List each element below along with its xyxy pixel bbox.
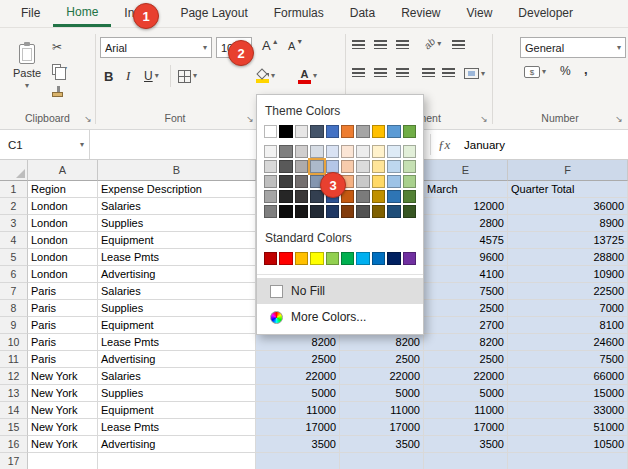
- standard-color-swatch[interactable]: [341, 252, 354, 265]
- cell[interactable]: 5000: [340, 385, 424, 402]
- cell[interactable]: 8900: [508, 215, 628, 232]
- cell[interactable]: [340, 453, 424, 469]
- cell[interactable]: Advertising: [98, 266, 256, 283]
- theme-variant-swatch[interactable]: [264, 160, 277, 173]
- cell[interactable]: New York: [28, 436, 98, 453]
- theme-variant-swatch[interactable]: [279, 205, 292, 218]
- standard-color-swatch[interactable]: [403, 252, 416, 265]
- column-header[interactable]: B: [98, 160, 256, 181]
- theme-variant-swatch[interactable]: [264, 205, 277, 218]
- theme-variant-swatch[interactable]: [403, 175, 416, 188]
- theme-variant-swatch[interactable]: [403, 190, 416, 203]
- cell[interactable]: New York: [28, 402, 98, 419]
- cell[interactable]: Supplies: [98, 215, 256, 232]
- theme-variant-swatch[interactable]: [387, 175, 400, 188]
- cell[interactable]: Lease Pmts: [98, 334, 256, 351]
- cell[interactable]: 8100: [508, 317, 628, 334]
- cell[interactable]: 8200: [256, 334, 340, 351]
- ribbon-tab[interactable]: Formulas: [261, 0, 337, 27]
- theme-variant-swatch[interactable]: [264, 175, 277, 188]
- row-header[interactable]: 14: [0, 402, 28, 419]
- select-all-button[interactable]: [0, 160, 28, 181]
- cell[interactable]: 3500: [256, 436, 340, 453]
- increase-indent-button[interactable]: [442, 68, 455, 77]
- theme-variant-swatch[interactable]: [356, 175, 369, 188]
- ribbon-tab[interactable]: Developer: [505, 0, 586, 27]
- align-bottom-button[interactable]: [396, 40, 409, 49]
- align-left-button[interactable]: [352, 68, 365, 77]
- cut-button[interactable]: ✂: [52, 38, 78, 56]
- standard-color-swatch[interactable]: [310, 252, 323, 265]
- font-dialog-launcher[interactable]: ↘: [244, 113, 256, 125]
- cell[interactable]: London: [28, 266, 98, 283]
- align-top-button[interactable]: [352, 40, 365, 49]
- cell[interactable]: London: [28, 249, 98, 266]
- cell[interactable]: London: [28, 215, 98, 232]
- align-middle-button[interactable]: [374, 40, 387, 49]
- percent-style-button[interactable]: %: [560, 64, 571, 78]
- theme-variant-swatch[interactable]: [356, 205, 369, 218]
- no-fill-option[interactable]: No Fill: [257, 278, 423, 304]
- cell[interactable]: [28, 453, 98, 469]
- cell[interactable]: 2500: [424, 351, 508, 368]
- standard-color-swatch[interactable]: [326, 252, 339, 265]
- cell[interactable]: March: [424, 181, 508, 198]
- number-format-combobox[interactable]: General ▾: [520, 37, 626, 58]
- cell[interactable]: 2500: [256, 351, 340, 368]
- cell[interactable]: 7000: [508, 300, 628, 317]
- theme-variant-swatch[interactable]: [372, 160, 385, 173]
- theme-variant-swatch[interactable]: [356, 160, 369, 173]
- row-header[interactable]: 9: [0, 317, 28, 334]
- formula-input[interactable]: January: [464, 130, 505, 159]
- theme-variant-swatch[interactable]: [279, 160, 292, 173]
- cell[interactable]: 3500: [340, 436, 424, 453]
- ribbon-tab[interactable]: Review: [388, 0, 453, 27]
- cell[interactable]: Lease Pmts: [98, 419, 256, 436]
- cell[interactable]: Advertising: [98, 351, 256, 368]
- font-name-combobox[interactable]: Arial ▾: [100, 37, 212, 58]
- underline-button[interactable]: U▾: [144, 64, 159, 88]
- cell[interactable]: 51000: [508, 419, 628, 436]
- cell[interactable]: 66000: [508, 368, 628, 385]
- theme-variant-swatch[interactable]: [372, 190, 385, 203]
- cell[interactable]: Salaries: [98, 368, 256, 385]
- cell[interactable]: 7500: [508, 351, 628, 368]
- standard-color-swatch[interactable]: [356, 252, 369, 265]
- theme-color-swatch[interactable]: [372, 125, 385, 138]
- theme-variant-swatch[interactable]: [372, 145, 385, 158]
- cell[interactable]: 28800: [508, 249, 628, 266]
- row-header[interactable]: 3: [0, 215, 28, 232]
- cell[interactable]: London: [28, 198, 98, 215]
- cell[interactable]: 3500: [424, 436, 508, 453]
- bold-button[interactable]: B: [104, 64, 113, 88]
- cell[interactable]: Supplies: [98, 385, 256, 402]
- theme-variant-swatch[interactable]: [403, 145, 416, 158]
- cell[interactable]: 12000: [424, 198, 508, 215]
- cell[interactable]: New York: [28, 368, 98, 385]
- cell[interactable]: 2700: [424, 317, 508, 334]
- row-header[interactable]: 10: [0, 334, 28, 351]
- cell[interactable]: 24600: [508, 334, 628, 351]
- theme-variant-swatch[interactable]: [295, 145, 308, 158]
- theme-variant-swatch[interactable]: [310, 205, 323, 218]
- cell[interactable]: 22000: [340, 368, 424, 385]
- fill-color-button[interactable]: ▾: [256, 64, 275, 88]
- cell[interactable]: 5000: [256, 385, 340, 402]
- row-header[interactable]: 17: [0, 453, 28, 469]
- cell[interactable]: Paris: [28, 351, 98, 368]
- column-header[interactable]: A: [28, 160, 98, 181]
- cell[interactable]: 7500: [424, 283, 508, 300]
- theme-variant-swatch[interactable]: [356, 145, 369, 158]
- column-header[interactable]: E: [424, 160, 508, 181]
- standard-color-swatch[interactable]: [264, 252, 277, 265]
- cell[interactable]: 36000: [508, 198, 628, 215]
- theme-variant-swatch[interactable]: [264, 145, 277, 158]
- theme-variant-swatch[interactable]: [264, 190, 277, 203]
- theme-variant-swatch[interactable]: [295, 175, 308, 188]
- row-header[interactable]: 13: [0, 385, 28, 402]
- copy-button[interactable]: ▾: [52, 60, 78, 78]
- theme-variant-swatch[interactable]: [310, 160, 323, 173]
- cell[interactable]: New York: [28, 419, 98, 436]
- decrease-font-size-button[interactable]: A▼: [288, 38, 303, 58]
- cell[interactable]: Salaries: [98, 198, 256, 215]
